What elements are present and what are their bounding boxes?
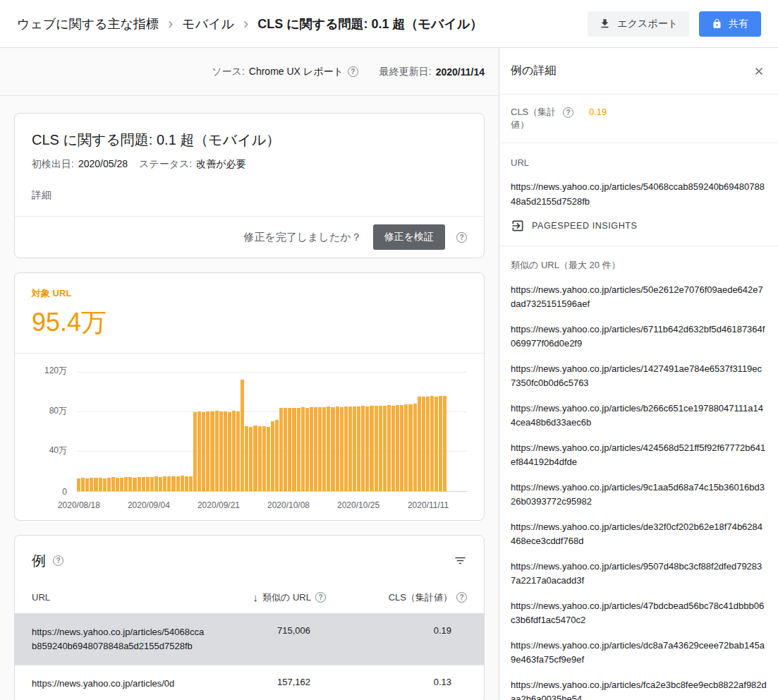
chart-bar[interactable] — [124, 477, 128, 491]
chart-bar[interactable] — [171, 476, 175, 491]
chart-bar[interactable] — [185, 476, 188, 491]
chart-bar[interactable] — [292, 408, 296, 491]
chart-bar[interactable] — [275, 420, 279, 491]
chart-bar[interactable] — [344, 406, 348, 491]
chart-bar[interactable] — [375, 406, 378, 491]
similar-url-item[interactable]: https://news.yahoo.co.jp/articles/424568… — [511, 441, 767, 469]
column-header-similar-urls[interactable]: 類似の URL — [220, 591, 326, 604]
chart-bar[interactable] — [128, 477, 132, 491]
similar-url-item[interactable]: https://news.yahoo.co.jp/articles/50e261… — [511, 283, 767, 311]
filter-icon[interactable] — [454, 554, 467, 567]
table-row[interactable]: https://news.yahoo.co.jp/articles/0d157,… — [15, 665, 484, 700]
chart-bar[interactable] — [206, 411, 209, 491]
chart-bar[interactable] — [327, 406, 330, 491]
chart-bar[interactable] — [245, 426, 248, 491]
chart-bar[interactable] — [322, 407, 326, 491]
chart-bar[interactable] — [336, 406, 339, 491]
chart-bar[interactable] — [379, 406, 382, 491]
chart-bar[interactable] — [396, 405, 399, 491]
similar-url-item[interactable]: https://news.yahoo.co.jp/articles/fca2e3… — [511, 678, 767, 700]
chart-bar[interactable] — [288, 408, 291, 491]
chart-bar[interactable] — [138, 477, 141, 491]
chart-bar[interactable] — [146, 477, 150, 491]
chart-bar[interactable] — [365, 406, 369, 491]
help-icon[interactable] — [315, 592, 326, 603]
chart-bar[interactable] — [142, 477, 145, 491]
chart-bar[interactable] — [94, 478, 97, 491]
chart-bar[interactable] — [249, 427, 253, 491]
chart-bar[interactable] — [219, 411, 223, 491]
chart-bar[interactable] — [361, 406, 365, 491]
help-icon[interactable] — [53, 555, 63, 566]
breadcrumb-core-web-vitals[interactable]: ウェブに関する主な指標 — [17, 16, 159, 32]
chart-bar[interactable] — [370, 406, 373, 491]
similar-url-item[interactable]: https://news.yahoo.co.jp/articles/b266c6… — [511, 402, 767, 430]
chart-bar[interactable] — [267, 427, 270, 491]
chart-bar[interactable] — [150, 477, 154, 491]
chart-bar[interactable] — [181, 476, 184, 491]
chart-bar[interactable] — [111, 477, 115, 491]
chart-bar[interactable] — [85, 478, 89, 491]
pagespeed-insights-link[interactable]: PAGESPEED INSIGHTS — [511, 219, 767, 233]
help-icon[interactable] — [563, 107, 573, 118]
chart-bar[interactable] — [340, 407, 344, 491]
chart-bar[interactable] — [236, 411, 240, 491]
chart-bar[interactable] — [163, 476, 166, 491]
chart-bar[interactable] — [443, 396, 446, 491]
chart-bar[interactable] — [271, 421, 274, 491]
chart-bar[interactable] — [391, 406, 395, 491]
chart-bar[interactable] — [439, 396, 442, 491]
chart-bar[interactable] — [193, 412, 197, 491]
panel-url-value[interactable]: https://news.yahoo.co.jp/articles/54068c… — [511, 179, 767, 209]
chart-bar[interactable] — [413, 404, 417, 491]
chart-bar[interactable] — [422, 397, 425, 491]
chart-bar[interactable] — [426, 397, 430, 491]
validate-fix-button[interactable]: 修正を検証 — [373, 224, 445, 250]
chart-bar[interactable] — [81, 478, 85, 491]
chart-bar[interactable] — [258, 426, 262, 491]
chart-bar[interactable] — [107, 478, 111, 491]
chart-bar[interactable] — [310, 407, 313, 491]
details-link[interactable]: 詳細 — [32, 189, 51, 202]
column-header-url[interactable]: URL — [32, 592, 220, 603]
chart-bar[interactable] — [133, 478, 136, 491]
help-icon[interactable] — [456, 592, 467, 603]
chart-bar[interactable] — [404, 404, 408, 491]
similar-url-item[interactable]: https://news.yahoo.co.jp/articles/dc8a7a… — [511, 639, 767, 667]
chart-bar[interactable] — [116, 478, 119, 491]
chart-bar[interactable] — [167, 476, 171, 491]
chart-bar[interactable] — [77, 478, 80, 491]
chart-bar[interactable] — [301, 407, 305, 491]
chart-bar[interactable] — [348, 406, 352, 491]
chart-bar[interactable] — [210, 411, 214, 491]
chart-bar[interactable] — [103, 478, 107, 491]
similar-url-item[interactable]: https://news.yahoo.co.jp/articles/9507d4… — [511, 560, 767, 588]
chart-bar[interactable] — [318, 407, 322, 491]
column-header-cls[interactable]: CLS（集計値） — [326, 591, 467, 604]
export-button[interactable]: エクスポート — [588, 11, 689, 37]
chart-bar[interactable] — [241, 380, 244, 491]
chart-bar[interactable] — [197, 411, 201, 491]
similar-url-item[interactable]: https://news.yahoo.co.jp/articles/9c1aa5… — [511, 481, 767, 509]
breadcrumb-mobile[interactable]: モバイル — [182, 16, 234, 32]
chart-bar[interactable] — [253, 426, 257, 491]
chart-bar[interactable] — [120, 478, 123, 491]
chart-bar[interactable] — [189, 476, 193, 491]
chart-bar[interactable] — [408, 404, 412, 491]
chart-bar[interactable] — [154, 476, 158, 491]
chart-bar[interactable] — [357, 406, 360, 491]
help-icon[interactable] — [456, 232, 467, 243]
similar-url-item[interactable]: https://news.yahoo.co.jp/articles/47bdcb… — [511, 599, 767, 627]
chart-bar[interactable] — [90, 478, 93, 491]
chart-bar[interactable] — [202, 412, 205, 491]
similar-url-item[interactable]: https://news.yahoo.co.jp/articles/142749… — [511, 362, 767, 390]
similar-url-item[interactable]: https://news.yahoo.co.jp/articles/6711b6… — [511, 322, 767, 351]
chart-bar[interactable] — [215, 411, 219, 491]
chart-bar[interactable] — [176, 476, 180, 491]
chart-bar[interactable] — [279, 408, 283, 491]
chart-bar[interactable] — [353, 406, 356, 491]
table-row[interactable]: https://news.yahoo.co.jp/articles/54068c… — [15, 614, 484, 665]
chart-bar[interactable] — [434, 397, 438, 491]
chart-bar[interactable] — [224, 411, 227, 491]
help-icon[interactable] — [348, 66, 358, 77]
